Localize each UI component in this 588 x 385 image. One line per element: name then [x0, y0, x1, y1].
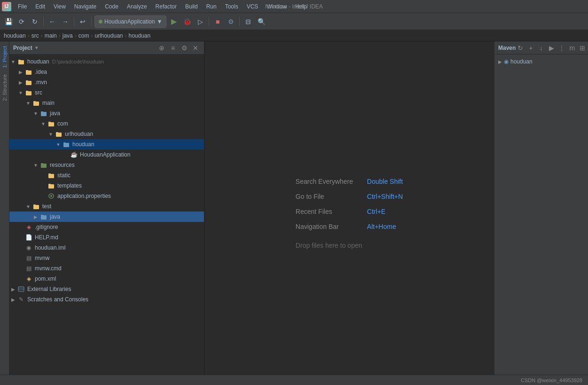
- hint-goto-file: Go to File Ctrl+Shift+N: [296, 193, 403, 200]
- tab-project[interactable]: 1: Project: [1, 43, 8, 71]
- back-btn[interactable]: ←: [47, 16, 58, 27]
- save-btn[interactable]: 💾: [3, 16, 14, 27]
- maven-add-btn[interactable]: +: [526, 43, 535, 53]
- tree-item-main[interactable]: ▼main: [9, 98, 204, 108]
- run-config-selector[interactable]: HouduanApplication ▼: [94, 16, 166, 28]
- menu-refactor[interactable]: Refactor: [152, 2, 180, 11]
- tree-label-urlhouduan: urlhouduan: [65, 131, 93, 137]
- svg-rect-15: [56, 132, 58, 133]
- menu-tools[interactable]: Tools: [221, 2, 242, 11]
- tree-item-com[interactable]: ▼com: [9, 118, 204, 129]
- tree-item-resources[interactable]: ▼resources: [9, 160, 204, 170]
- tree-item-houduanapp[interactable]: ☕HouduanApplication: [9, 149, 204, 160]
- panel-header: Project ▼ ⊕ ≡ ⚙ ✕: [9, 41, 204, 55]
- tree-item-static[interactable]: static: [9, 170, 204, 181]
- stop-btn[interactable]: ■: [212, 16, 223, 27]
- panel-settings-btn[interactable]: ⚙: [180, 43, 189, 53]
- breadcrumb-houduan-pkg[interactable]: houduan: [128, 32, 150, 39]
- tree-item-templates[interactable]: templates: [9, 181, 204, 191]
- tree-item-urlhouduan[interactable]: ▼urlhouduan: [9, 129, 204, 139]
- svg-rect-16: [63, 143, 69, 147]
- tree-label-houduan-pkg: houduan: [72, 141, 94, 148]
- debug-btn[interactable]: 🐞: [181, 16, 193, 27]
- panel-actions: ⊕ ≡ ⚙ ✕: [157, 43, 200, 53]
- tree-icon-mvnw: ▤: [24, 254, 33, 262]
- tab-structure[interactable]: 2: Structure: [1, 71, 8, 104]
- menu-analyze[interactable]: Analyze: [123, 2, 151, 11]
- breadcrumb: houduan › src › main › java › com › urlh…: [0, 30, 588, 41]
- build-project-btn[interactable]: ⚙: [225, 16, 236, 27]
- svg-rect-30: [18, 287, 24, 291]
- tree-item-idea[interactable]: ▶.idea: [9, 67, 204, 77]
- menu-code[interactable]: Code: [101, 2, 122, 11]
- tree-label-houduanapp: HouduanApplication: [80, 151, 130, 158]
- forward-btn[interactable]: →: [60, 16, 71, 27]
- maven-item-houduan[interactable]: ▶ ◉ houduan: [496, 56, 586, 67]
- maven-extra-btn[interactable]: m: [567, 43, 577, 53]
- breadcrumb-java[interactable]: java: [63, 32, 73, 39]
- svg-rect-23: [48, 184, 51, 185]
- maven-settings-btn[interactable]: ⊞: [578, 43, 587, 53]
- tree-item-mvnw[interactable]: ▤mvnw: [9, 253, 204, 263]
- tree-label-test: test: [42, 203, 51, 210]
- hint-label-navbar: Navigation Bar: [296, 223, 361, 230]
- collapse-all-btn[interactable]: ≡: [168, 43, 178, 53]
- panel-close-btn[interactable]: ✕: [191, 43, 200, 53]
- tree-item-test-java[interactable]: ▶java: [9, 212, 204, 222]
- run-btn[interactable]: ▶: [168, 16, 180, 27]
- svg-rect-20: [48, 174, 54, 178]
- sync-btn[interactable]: ⟳: [16, 16, 27, 27]
- tree-item-java[interactable]: ▼java: [9, 108, 204, 118]
- tree-item-houduaniml[interactable]: ◉houduan.iml: [9, 243, 204, 253]
- maven-tree: ▶ ◉ houduan: [494, 55, 588, 69]
- menu-view[interactable]: View: [50, 2, 70, 11]
- menu-navigate[interactable]: Navigate: [71, 2, 100, 11]
- tree-item-houduan-root[interactable]: ▼houduanD:\javadcode\houduan: [9, 56, 204, 67]
- menu-vcs[interactable]: VCS: [243, 2, 262, 11]
- breadcrumb-com[interactable]: com: [78, 32, 89, 39]
- tree-item-src[interactable]: ▼src: [9, 87, 204, 98]
- coverage-btn[interactable]: ▷: [195, 16, 206, 27]
- maven-download-btn[interactable]: ↓: [536, 43, 546, 53]
- editor-area[interactable]: Search Everywhere Double Shift Go to Fil…: [204, 41, 494, 385]
- menu-file[interactable]: File: [14, 2, 31, 11]
- maven-refresh-btn[interactable]: ↻: [516, 43, 525, 53]
- search-everywhere-btn[interactable]: 🔍: [256, 16, 267, 27]
- tree-item-extlibs[interactable]: ▶External Libraries: [9, 284, 204, 294]
- menu-edit[interactable]: Edit: [31, 2, 49, 11]
- menu-run[interactable]: Run: [203, 2, 220, 11]
- breadcrumb-houduan[interactable]: houduan: [4, 32, 26, 39]
- tree-item-test[interactable]: ▼test: [9, 201, 204, 212]
- hint-label-search: Search Everywhere: [296, 178, 361, 185]
- tree-item-scratches[interactable]: ▶✎Scratches and Consoles: [9, 294, 204, 305]
- tree-label-main: main: [42, 100, 55, 106]
- terminal-btn[interactable]: ⊟: [243, 16, 254, 27]
- tree-icon-com: [47, 120, 55, 127]
- tree-icon-resources: [39, 161, 48, 169]
- tree-arrow-urlhouduan: ▼: [47, 132, 55, 137]
- breadcrumb-main[interactable]: main: [45, 32, 57, 39]
- tree-item-pomxml[interactable]: ◈pom.xml: [9, 274, 204, 284]
- maven-run-btn[interactable]: ▶: [547, 43, 556, 53]
- tree-item-mvnwcmd[interactable]: ▤mvnw.cmd: [9, 263, 204, 274]
- breadcrumb-src[interactable]: src: [31, 32, 39, 39]
- tree-item-appprops[interactable]: application.properties: [9, 191, 204, 201]
- svg-rect-27: [33, 204, 36, 205]
- hint-search-everywhere: Search Everywhere Double Shift: [296, 178, 403, 185]
- panel-title-arrow: ▼: [34, 45, 39, 50]
- refresh-btn[interactable]: ↻: [29, 16, 40, 27]
- tree-icon-static: [47, 172, 55, 179]
- maven-more-btn[interactable]: ⋮: [557, 43, 566, 53]
- tree-item-mvn[interactable]: ▶.mvn: [9, 77, 204, 87]
- menu-build[interactable]: Build: [181, 2, 202, 11]
- maven-arrow-icon: ▶: [498, 59, 502, 64]
- locate-in-tree-btn[interactable]: ⊕: [157, 43, 166, 53]
- undo-btn[interactable]: ↩: [77, 16, 88, 27]
- breadcrumb-urlhouduan[interactable]: urlhouduan: [94, 32, 123, 39]
- tree-item-houduan-pkg[interactable]: ▼houduan: [9, 139, 204, 149]
- tree-item-helpmd[interactable]: 📄HELP.md: [9, 232, 204, 243]
- tree-icon-houduan-pkg: [62, 141, 71, 148]
- tree-label-idea: .idea: [35, 69, 47, 75]
- svg-rect-3: [26, 70, 28, 71]
- tree-item-gitignore[interactable]: ◈.gitignore: [9, 222, 204, 232]
